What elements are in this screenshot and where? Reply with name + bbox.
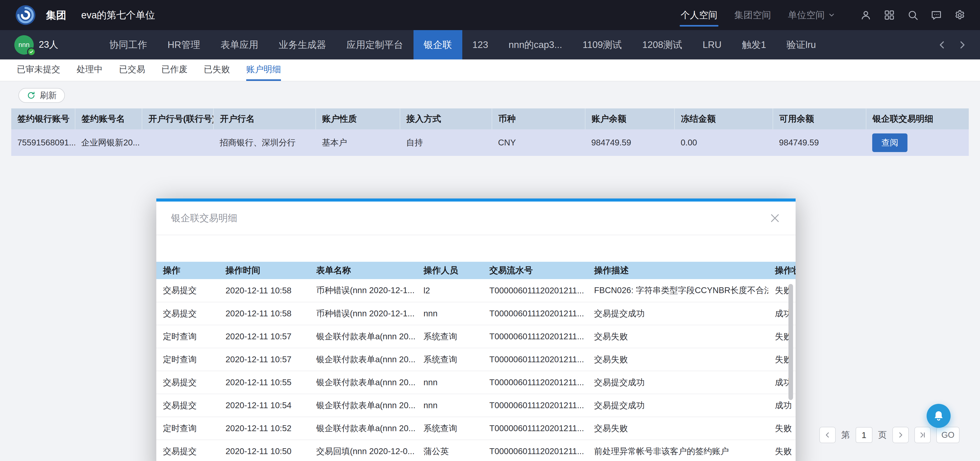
tab-account-detail[interactable]: 账户明细 (246, 59, 281, 81)
cell-form-name: 银企联付款表单a(nnn 20... (310, 417, 417, 440)
nav-item-collaboration[interactable]: 协同工作 (99, 30, 158, 59)
col-header: 账户性质 (316, 108, 400, 129)
org-label: 集团 (46, 8, 67, 22)
page-prefix-label: 第 (841, 429, 850, 441)
col-header: 操作时间 (219, 262, 310, 279)
nav-item-app-platform[interactable]: 应用定制平台 (336, 30, 414, 59)
cell-description: 交易提交成功 (587, 394, 768, 417)
modal-scrollbar-thumb[interactable] (788, 284, 793, 400)
tab-processing[interactable]: 处理中 (76, 59, 103, 81)
view-detail-button[interactable]: 查阅 (872, 133, 907, 152)
table-row: 定时查询 2020-12-11 10:57 银企联付款表单a(nnn 20...… (156, 348, 795, 371)
cell-operator: 系统查询 (417, 348, 483, 371)
nav-item-trigger1[interactable]: 触发1 (732, 30, 776, 59)
col-header: 表单名称 (310, 262, 417, 279)
nav-item-1109-test[interactable]: 1109测试 (573, 30, 632, 59)
page-number-input[interactable] (856, 427, 872, 443)
next-page-button[interactable] (892, 427, 909, 443)
search-icon[interactable] (907, 9, 919, 21)
cell-account-name: 企业网银新20... (75, 129, 142, 156)
cell-operation: 交易提交 (156, 279, 219, 302)
table-row: 交易提交 2020-12-11 10:58 币种错误(nnn 2020-12-1… (156, 279, 795, 302)
nav-item-biz-builder[interactable]: 业务生成器 (269, 30, 336, 59)
space-personal[interactable]: 个人空间 (681, 9, 718, 21)
settings-icon[interactable] (954, 9, 966, 21)
col-header: 账户余额 (585, 108, 675, 129)
content-area: 刷新 签约银行账号 签约账号名 开户行号(联行号) 开户行名 账户性质 接入方式… (0, 81, 980, 156)
cell-description: FBCN026: 字符串类型字段CCYNBR长度不合法 (587, 279, 768, 302)
last-page-button[interactable] (914, 427, 931, 443)
space-group-label: 集团空间 (734, 9, 771, 21)
cell-access-mode: 自持 (400, 129, 492, 156)
col-header: 开户行名 (213, 108, 316, 129)
col-header: 可用余额 (773, 108, 866, 129)
cell-form-name: 交易回填(nnn 2020-12-0... (310, 440, 417, 461)
refresh-button[interactable]: 刷新 (18, 88, 65, 103)
transaction-detail-modal: 银企联交易明细 操作 操作时间 表单名称 操作人员 交易流水号 操作描述 操作状… (156, 198, 795, 461)
space-personal-label: 个人空间 (681, 9, 718, 21)
chevron-left-icon (823, 431, 832, 439)
cell-bank-no (142, 129, 213, 156)
apps-grid-icon[interactable] (883, 9, 895, 21)
tab-failed[interactable]: 已失败 (204, 59, 230, 81)
cell-bank-name: 招商银行、深圳分行 (213, 129, 316, 156)
contacts-icon[interactable] (860, 9, 872, 21)
table-row: 交易提交 2020-12-11 10:50 交易回填(nnn 2020-12-0… (156, 440, 795, 461)
go-button[interactable]: GO (936, 427, 959, 443)
chevron-right-icon (896, 431, 905, 439)
table-row: 定时查询 2020-12-11 10:57 银企联付款表单a(nnn 20...… (156, 325, 795, 348)
nav-item-forms[interactable]: 表单应用 (210, 30, 269, 59)
close-icon[interactable] (769, 212, 781, 224)
tab-pending-approval[interactable]: 已审未提交 (17, 59, 60, 81)
nav-user-block: nnn 23人 (14, 30, 58, 59)
status-tabbar: 已审未提交 处理中 已交易 已作废 已失败 账户明细 (0, 59, 980, 81)
user-avatar[interactable]: nnn (14, 35, 34, 55)
col-header: 接入方式 (400, 108, 492, 129)
col-header: 签约银行账号 (11, 108, 75, 129)
modal-title: 银企联交易明细 (171, 212, 237, 225)
nav-item-lru[interactable]: LRU (692, 30, 732, 59)
app-root: { "colors": { "topbar_bg": "#191a24", "n… (0, 0, 980, 461)
cell-time: 2020-12-11 10:50 (219, 440, 310, 461)
cell-time: 2020-12-11 10:58 (219, 302, 310, 325)
nav-item-hr[interactable]: HR管理 (158, 30, 210, 59)
prev-page-button[interactable] (819, 427, 836, 443)
cell-serial-no: T000006011120201211... (483, 279, 587, 302)
messages-icon[interactable] (931, 9, 942, 21)
tab-voided[interactable]: 已作废 (161, 59, 188, 81)
nav-item-bank-link[interactable]: 银企联 (414, 30, 462, 59)
space-group[interactable]: 集团空间 (734, 9, 771, 21)
chevron-down-icon (828, 11, 835, 19)
cell-serial-no: T000006011120201211... (483, 325, 587, 348)
nav-item-verify-lru[interactable]: 验证lru (776, 30, 826, 59)
cell-time: 2020-12-11 10:58 (219, 279, 310, 302)
member-count[interactable]: 23人 (39, 38, 58, 51)
cell-serial-no: T000006011120201211... (483, 302, 587, 325)
tab-traded[interactable]: 已交易 (119, 59, 145, 81)
nav-item-nnn-cap3[interactable]: nnn的cap3... (498, 30, 573, 59)
cell-operator: l2 (417, 279, 483, 302)
nav-item-1208-test[interactable]: 1208测试 (632, 30, 692, 59)
space-unit[interactable]: 单位空间 (788, 9, 835, 21)
chevron-left-icon[interactable] (937, 39, 948, 51)
topbar: 集团 eva的第七个单位 个人空间 集团空间 单位空间 (0, 0, 980, 30)
modal-toolbar-space (156, 235, 795, 262)
account-table-wrap: 签约银行账号 签约账号名 开户行号(联行号) 开户行名 账户性质 接入方式 币种… (11, 108, 969, 156)
nav-item-123[interactable]: 123 (462, 30, 498, 59)
notification-bell-button[interactable] (927, 404, 951, 428)
account-row[interactable]: 75591568091... 企业网银新20... 招商银行、深圳分行 基本户 … (11, 129, 969, 156)
cell-account-type: 基本户 (316, 129, 400, 156)
col-header: 银企联交易明细 (866, 108, 969, 129)
cell-serial-no: T000006011120201211... (483, 440, 587, 461)
modal-accent-edge (156, 198, 795, 201)
nav-scroll-arrows (937, 30, 980, 59)
modal-header: 银企联交易明细 (156, 201, 795, 235)
toolbar: 刷新 (0, 81, 980, 103)
cell-form-name: 币种错误(nnn 2020-12-1... (310, 302, 417, 325)
cell-description: 交易失败 (587, 325, 768, 348)
refresh-label: 刷新 (40, 90, 57, 101)
chevron-right-icon[interactable] (956, 39, 968, 51)
app-navbar: nnn 23人 协同工作 HR管理 表单应用 业务生成器 应用定制平台 银企联 … (0, 30, 980, 59)
cell-operator: 系统查询 (417, 325, 483, 348)
cell-operation: 定时查询 (156, 348, 219, 371)
